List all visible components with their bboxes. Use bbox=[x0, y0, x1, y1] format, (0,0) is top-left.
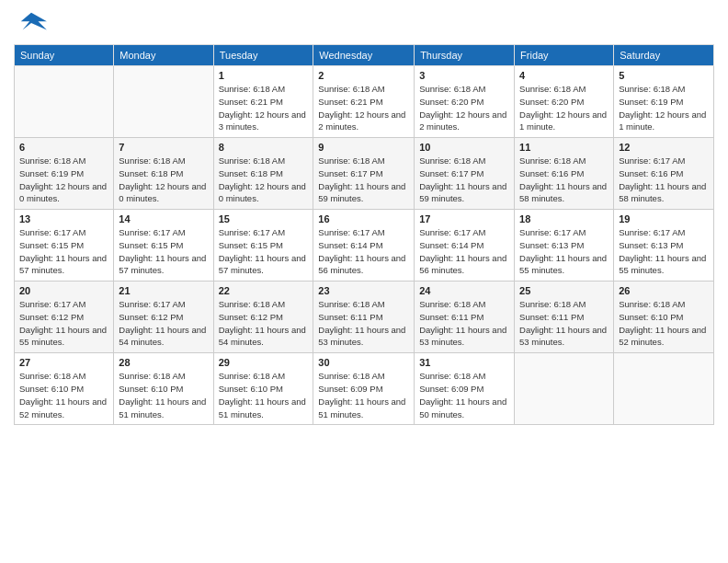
day-info: Sunrise: 6:18 AMSunset: 6:12 PMDaylight:… bbox=[219, 298, 309, 349]
calendar-cell: 10Sunrise: 6:18 AMSunset: 6:17 PMDayligh… bbox=[415, 138, 515, 210]
day-info: Sunrise: 6:18 AMSunset: 6:11 PMDaylight:… bbox=[519, 298, 609, 349]
calendar-day-header: Thursday bbox=[415, 45, 515, 66]
calendar-cell: 19Sunrise: 6:17 AMSunset: 6:13 PMDayligh… bbox=[614, 210, 714, 282]
day-info: Sunrise: 6:18 AMSunset: 6:17 PMDaylight:… bbox=[318, 155, 409, 205]
calendar-cell: 5Sunrise: 6:18 AMSunset: 6:19 PMDaylight… bbox=[614, 66, 714, 138]
calendar-table: SundayMondayTuesdayWednesdayThursdayFrid… bbox=[14, 44, 714, 425]
day-info: Sunrise: 6:18 AMSunset: 6:10 PMDaylight:… bbox=[619, 298, 709, 349]
calendar-cell: 29Sunrise: 6:18 AMSunset: 6:10 PMDayligh… bbox=[213, 353, 313, 425]
calendar-day-header: Saturday bbox=[614, 45, 714, 66]
day-number: 27 bbox=[19, 357, 108, 368]
calendar-cell bbox=[515, 353, 614, 425]
calendar-cell: 31Sunrise: 6:18 AMSunset: 6:09 PMDayligh… bbox=[415, 353, 515, 425]
day-number: 10 bbox=[419, 142, 509, 153]
calendar-cell: 21Sunrise: 6:17 AMSunset: 6:12 PMDayligh… bbox=[114, 282, 213, 353]
calendar-cell bbox=[614, 353, 714, 425]
calendar-day-header: Wednesday bbox=[313, 45, 415, 66]
calendar-cell: 26Sunrise: 6:18 AMSunset: 6:10 PMDayligh… bbox=[614, 282, 714, 353]
day-number: 7 bbox=[119, 142, 208, 153]
day-number: 29 bbox=[219, 357, 309, 368]
day-number: 15 bbox=[219, 213, 309, 224]
day-info: Sunrise: 6:18 AMSunset: 6:17 PMDaylight:… bbox=[419, 155, 509, 205]
calendar-header-row: SundayMondayTuesdayWednesdayThursdayFrid… bbox=[15, 45, 714, 66]
day-number: 2 bbox=[318, 70, 409, 81]
day-info: Sunrise: 6:17 AMSunset: 6:15 PMDaylight:… bbox=[219, 226, 309, 277]
day-info: Sunrise: 6:17 AMSunset: 6:15 PMDaylight:… bbox=[19, 226, 108, 277]
day-info: Sunrise: 6:18 AMSunset: 6:10 PMDaylight:… bbox=[219, 370, 309, 420]
calendar-cell: 6Sunrise: 6:18 AMSunset: 6:19 PMDaylight… bbox=[15, 138, 114, 210]
day-number: 22 bbox=[219, 285, 309, 296]
logo-bird-icon bbox=[14, 9, 49, 37]
day-number: 5 bbox=[619, 70, 709, 81]
calendar-cell bbox=[15, 66, 114, 138]
calendar-cell: 15Sunrise: 6:17 AMSunset: 6:15 PMDayligh… bbox=[213, 210, 313, 282]
day-info: Sunrise: 6:17 AMSunset: 6:14 PMDaylight:… bbox=[318, 226, 409, 277]
day-info: Sunrise: 6:18 AMSunset: 6:10 PMDaylight:… bbox=[119, 370, 208, 420]
day-info: Sunrise: 6:17 AMSunset: 6:15 PMDaylight:… bbox=[119, 226, 208, 277]
calendar-cell: 24Sunrise: 6:18 AMSunset: 6:11 PMDayligh… bbox=[415, 282, 515, 353]
day-number: 19 bbox=[619, 213, 709, 224]
day-number: 9 bbox=[318, 142, 409, 153]
day-info: Sunrise: 6:18 AMSunset: 6:18 PMDaylight:… bbox=[219, 155, 309, 205]
calendar-day-header: Sunday bbox=[15, 45, 114, 66]
day-number: 30 bbox=[318, 357, 409, 368]
day-number: 4 bbox=[519, 70, 609, 81]
calendar-cell: 2Sunrise: 6:18 AMSunset: 6:21 PMDaylight… bbox=[313, 66, 415, 138]
calendar-week-row: 20Sunrise: 6:17 AMSunset: 6:12 PMDayligh… bbox=[15, 282, 714, 353]
calendar-cell: 4Sunrise: 6:18 AMSunset: 6:20 PMDaylight… bbox=[515, 66, 614, 138]
calendar-cell: 27Sunrise: 6:18 AMSunset: 6:10 PMDayligh… bbox=[15, 353, 114, 425]
calendar-cell: 23Sunrise: 6:18 AMSunset: 6:11 PMDayligh… bbox=[313, 282, 415, 353]
calendar-cell: 8Sunrise: 6:18 AMSunset: 6:18 PMDaylight… bbox=[213, 138, 313, 210]
day-info: Sunrise: 6:17 AMSunset: 6:14 PMDaylight:… bbox=[419, 226, 509, 277]
day-info: Sunrise: 6:17 AMSunset: 6:13 PMDaylight:… bbox=[619, 226, 709, 277]
calendar-cell: 16Sunrise: 6:17 AMSunset: 6:14 PMDayligh… bbox=[313, 210, 415, 282]
calendar-cell: 1Sunrise: 6:18 AMSunset: 6:21 PMDaylight… bbox=[213, 66, 313, 138]
page: SundayMondayTuesdayWednesdayThursdayFrid… bbox=[0, 0, 728, 563]
day-info: Sunrise: 6:18 AMSunset: 6:09 PMDaylight:… bbox=[318, 370, 409, 420]
day-info: Sunrise: 6:18 AMSunset: 6:16 PMDaylight:… bbox=[519, 155, 609, 205]
calendar-day-header: Friday bbox=[515, 45, 614, 66]
calendar-cell: 9Sunrise: 6:18 AMSunset: 6:17 PMDaylight… bbox=[313, 138, 415, 210]
day-info: Sunrise: 6:18 AMSunset: 6:09 PMDaylight:… bbox=[419, 370, 509, 420]
day-info: Sunrise: 6:18 AMSunset: 6:21 PMDaylight:… bbox=[318, 83, 409, 133]
calendar-cell: 17Sunrise: 6:17 AMSunset: 6:14 PMDayligh… bbox=[415, 210, 515, 282]
day-info: Sunrise: 6:18 AMSunset: 6:20 PMDaylight:… bbox=[419, 83, 509, 133]
day-info: Sunrise: 6:17 AMSunset: 6:12 PMDaylight:… bbox=[19, 298, 108, 349]
day-info: Sunrise: 6:18 AMSunset: 6:21 PMDaylight:… bbox=[219, 83, 309, 133]
calendar-week-row: 6Sunrise: 6:18 AMSunset: 6:19 PMDaylight… bbox=[15, 138, 714, 210]
calendar-cell: 13Sunrise: 6:17 AMSunset: 6:15 PMDayligh… bbox=[15, 210, 114, 282]
calendar-cell: 3Sunrise: 6:18 AMSunset: 6:20 PMDaylight… bbox=[415, 66, 515, 138]
calendar-cell: 30Sunrise: 6:18 AMSunset: 6:09 PMDayligh… bbox=[313, 353, 415, 425]
day-info: Sunrise: 6:18 AMSunset: 6:10 PMDaylight:… bbox=[19, 370, 108, 420]
calendar-cell: 11Sunrise: 6:18 AMSunset: 6:16 PMDayligh… bbox=[515, 138, 614, 210]
day-number: 1 bbox=[219, 70, 309, 81]
day-info: Sunrise: 6:17 AMSunset: 6:16 PMDaylight:… bbox=[619, 155, 709, 205]
calendar-cell: 12Sunrise: 6:17 AMSunset: 6:16 PMDayligh… bbox=[614, 138, 714, 210]
day-number: 8 bbox=[219, 142, 309, 153]
calendar-day-header: Monday bbox=[114, 45, 213, 66]
day-number: 23 bbox=[318, 285, 409, 296]
calendar-week-row: 27Sunrise: 6:18 AMSunset: 6:10 PMDayligh… bbox=[15, 353, 714, 425]
day-info: Sunrise: 6:18 AMSunset: 6:18 PMDaylight:… bbox=[119, 155, 208, 205]
day-number: 20 bbox=[19, 285, 108, 296]
day-number: 28 bbox=[119, 357, 208, 368]
calendar-week-row: 1Sunrise: 6:18 AMSunset: 6:21 PMDaylight… bbox=[15, 66, 714, 138]
day-info: Sunrise: 6:18 AMSunset: 6:11 PMDaylight:… bbox=[318, 298, 409, 349]
day-number: 25 bbox=[519, 285, 609, 296]
day-number: 18 bbox=[519, 213, 609, 224]
day-number: 3 bbox=[419, 70, 509, 81]
calendar-cell: 14Sunrise: 6:17 AMSunset: 6:15 PMDayligh… bbox=[114, 210, 213, 282]
day-number: 24 bbox=[419, 285, 509, 296]
calendar-cell: 22Sunrise: 6:18 AMSunset: 6:12 PMDayligh… bbox=[213, 282, 313, 353]
day-number: 16 bbox=[318, 213, 409, 224]
calendar-cell: 20Sunrise: 6:17 AMSunset: 6:12 PMDayligh… bbox=[15, 282, 114, 353]
day-info: Sunrise: 6:17 AMSunset: 6:12 PMDaylight:… bbox=[119, 298, 208, 349]
day-number: 21 bbox=[119, 285, 208, 296]
day-info: Sunrise: 6:18 AMSunset: 6:19 PMDaylight:… bbox=[19, 155, 108, 205]
calendar-cell bbox=[114, 66, 213, 138]
calendar-cell: 25Sunrise: 6:18 AMSunset: 6:11 PMDayligh… bbox=[515, 282, 614, 353]
day-number: 14 bbox=[119, 213, 208, 224]
day-number: 31 bbox=[419, 357, 509, 368]
day-number: 17 bbox=[419, 213, 509, 224]
svg-marker-0 bbox=[21, 13, 47, 30]
